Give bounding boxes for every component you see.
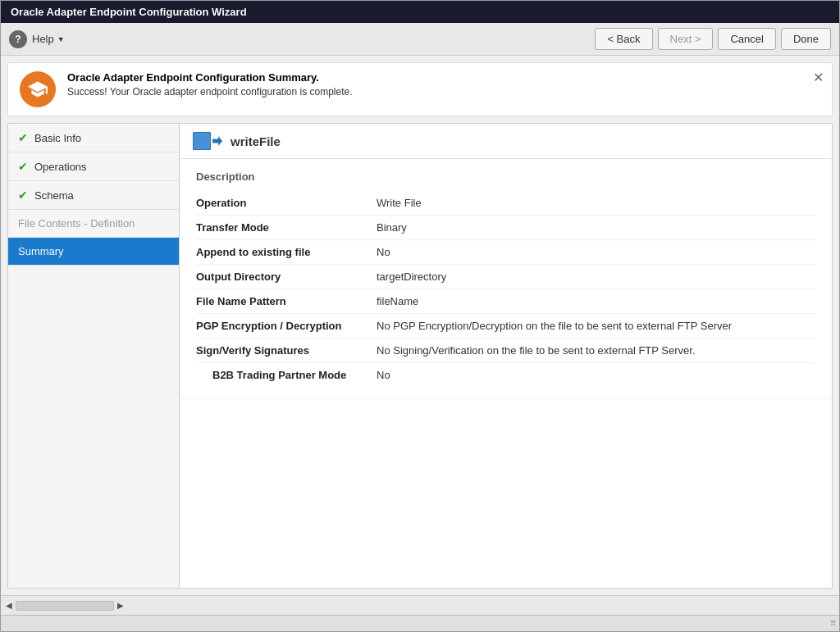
content-panel: writeFile Description Operation Write Fi… — [180, 123, 833, 589]
check-icon-operations: ✔ — [18, 160, 28, 173]
table-row: Sign/Verify Signatures No Signing/Verifi… — [196, 339, 815, 363]
sidebar-item-file-contents: File Contents - Definition — [8, 210, 179, 238]
row-value-1: Binary — [377, 221, 407, 234]
row-value-3: targetDirectory — [377, 271, 446, 283]
row-label-7: B2B Trading Partner Mode — [196, 369, 377, 381]
close-notification-button[interactable]: ✕ — [813, 70, 824, 85]
main-window: Oracle Adapter Endpoint Configuration Wi… — [0, 0, 840, 632]
resize-icon: ⠿ — [830, 619, 836, 628]
description-label: Description — [196, 171, 815, 183]
table-row: Output Directory targetDirectory — [196, 265, 815, 289]
notification-bar: Oracle Adapter Endpoint Configuration Su… — [7, 62, 833, 116]
sidebar-label-summary: Summary — [18, 245, 64, 257]
check-icon-basic-info: ✔ — [18, 131, 28, 144]
scroll-left-arrow[interactable]: ◀ — [6, 601, 12, 610]
back-button[interactable]: < Back — [595, 28, 652, 50]
row-label-3: Output Directory — [196, 271, 377, 283]
done-button[interactable]: Done — [781, 28, 831, 50]
notification-title: Oracle Adapter Endpoint Configuration Su… — [67, 71, 353, 84]
title-bar: Oracle Adapter Endpoint Configuration Wi… — [1, 1, 839, 23]
row-value-6: No Signing/Verification on the file to b… — [377, 344, 696, 357]
row-label-5: PGP Encryption / Decryption — [196, 320, 377, 332]
status-bar: ⠿ — [1, 615, 839, 631]
main-panel: ✔ Basic Info ✔ Operations ✔ Schema File … — [7, 123, 833, 589]
sidebar: ✔ Basic Info ✔ Operations ✔ Schema File … — [7, 123, 180, 589]
next-button[interactable]: Next > — [658, 28, 714, 50]
table-row: B2B Trading Partner Mode No — [196, 363, 815, 387]
table-row: Transfer Mode Binary — [196, 216, 815, 240]
sidebar-item-basic-info[interactable]: ✔ Basic Info — [8, 124, 179, 152]
toolbar-left: ? Help ▼ — [9, 30, 65, 48]
row-label-4: File Name Pattern — [196, 295, 377, 307]
scroll-right-arrow[interactable]: ▶ — [117, 601, 124, 610]
sidebar-label-operations: Operations — [34, 161, 87, 173]
sidebar-label-file-contents: File Contents - Definition — [18, 217, 135, 230]
check-icon-schema: ✔ — [18, 189, 28, 202]
help-button[interactable]: Help ▼ — [32, 33, 65, 45]
write-file-arrow — [212, 136, 222, 146]
sidebar-label-basic-info: Basic Info — [34, 132, 81, 144]
notification-icon — [20, 71, 56, 107]
window-title: Oracle Adapter Endpoint Configuration Wi… — [11, 6, 247, 18]
help-dropdown-arrow: ▼ — [57, 35, 65, 43]
write-file-box — [193, 132, 211, 150]
help-icon: ? — [9, 30, 27, 48]
row-label-2: Append to existing file — [196, 246, 377, 258]
details-section: Description Operation Write File Transfe… — [180, 159, 832, 399]
panel-header: writeFile — [180, 124, 832, 159]
cancel-button[interactable]: Cancel — [718, 28, 775, 50]
row-label-0: Operation — [196, 197, 377, 209]
row-value-4: fileName — [377, 295, 418, 307]
bottom-bar: ◀ ▶ — [1, 595, 839, 615]
row-label-1: Transfer Mode — [196, 221, 377, 234]
row-value-0: Write File — [377, 197, 422, 209]
row-value-2: No — [377, 246, 390, 258]
details-table: Operation Write File Transfer Mode Binar… — [196, 191, 815, 387]
notification-text: Oracle Adapter Endpoint Configuration Su… — [67, 71, 353, 98]
row-label-6: Sign/Verify Signatures — [196, 344, 377, 357]
table-row: File Name Pattern fileName — [196, 289, 815, 314]
sidebar-item-summary[interactable]: Summary — [8, 238, 179, 266]
table-row: Operation Write File — [196, 191, 815, 216]
scrollbar-track[interactable] — [16, 601, 114, 611]
sidebar-item-schema[interactable]: ✔ Schema — [8, 181, 179, 210]
table-row: Append to existing file No — [196, 240, 815, 265]
panel-title: writeFile — [231, 134, 281, 148]
notification-subtitle: Success! Your Oracle adapter endpoint co… — [67, 86, 353, 98]
content-area: Oracle Adapter Endpoint Configuration Su… — [1, 56, 839, 595]
table-row: PGP Encryption / Decryption No PGP Encry… — [196, 314, 815, 339]
toolbar: ? Help ▼ < Back Next > Cancel Done — [1, 23, 839, 56]
write-file-icon — [193, 132, 222, 150]
sidebar-item-operations[interactable]: ✔ Operations — [8, 152, 179, 181]
graduate-icon — [27, 79, 48, 100]
sidebar-label-schema: Schema — [34, 189, 74, 202]
row-value-5: No PGP Encryption/Decryption on the file… — [377, 320, 732, 332]
row-value-7: No — [377, 369, 390, 381]
